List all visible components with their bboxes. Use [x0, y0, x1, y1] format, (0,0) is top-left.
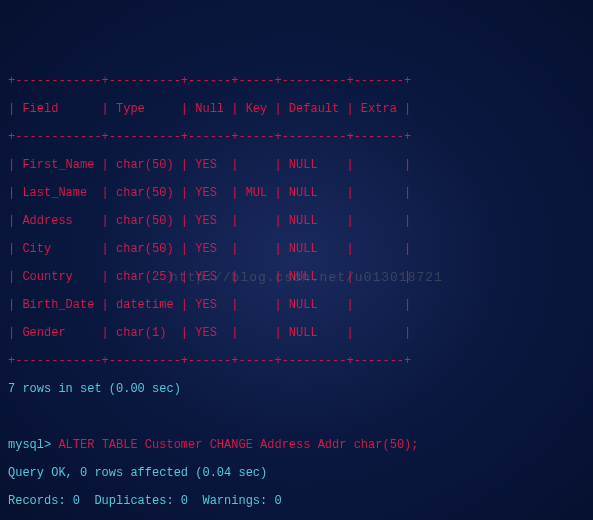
query-result: Records: 0 Duplicates: 0 Warnings: 0 — [8, 494, 585, 508]
table-row: | Gender | char(1) | YES | | NULL | | — [8, 326, 585, 340]
rows-summary: 7 rows in set (0.00 sec) — [8, 382, 585, 396]
mysql-prompt: mysql> — [8, 438, 58, 452]
query-result: Query OK, 0 rows affected (0.04 sec) — [8, 466, 585, 480]
table-row: | City | char(50) | YES | | NULL | | — [8, 242, 585, 256]
table-border: +------------+----------+------+-----+--… — [8, 130, 585, 144]
table-border: +------------+----------+------+-----+--… — [8, 74, 585, 88]
table-row: | Last_Name | char(50) | YES | MUL | NUL… — [8, 186, 585, 200]
table-row: | First_Name | char(50) | YES | | NULL |… — [8, 158, 585, 172]
table-row: | Birth_Date | datetime | YES | | NULL |… — [8, 298, 585, 312]
table-row: | Address | char(50) | YES | | NULL | | — [8, 214, 585, 228]
table-border: +------------+----------+------+-----+--… — [8, 354, 585, 368]
blank-line — [8, 410, 585, 424]
mysql-command: mysql> ALTER TABLE Customer CHANGE Addre… — [8, 438, 585, 452]
terminal-output: +------------+----------+------+-----+--… — [8, 60, 585, 520]
sql-statement: ALTER TABLE Customer CHANGE Address Addr… — [58, 438, 418, 452]
table-header: | Field | Type | Null | Key | Default | … — [8, 102, 585, 116]
watermark-text: http://blog.csdn.net/u013018721 — [170, 270, 443, 285]
